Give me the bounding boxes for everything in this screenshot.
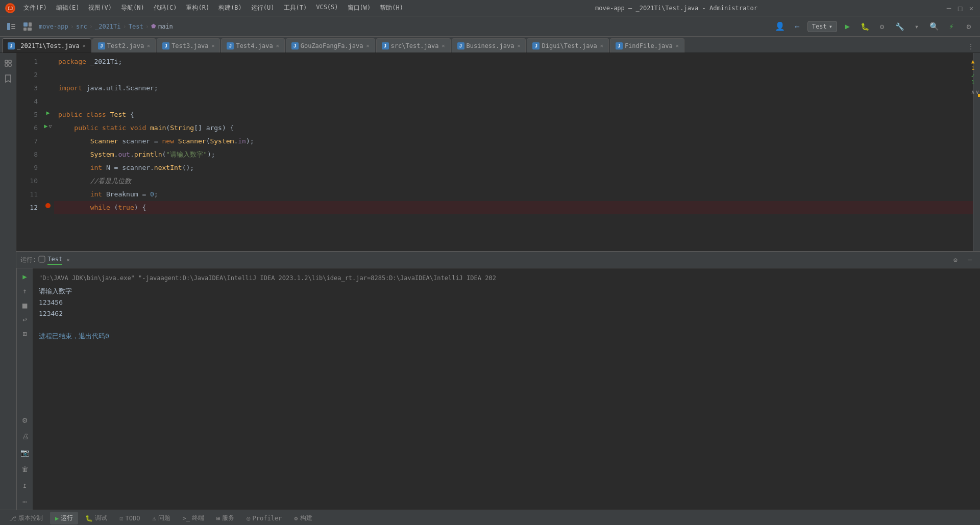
restore-output-button[interactable]: ↥ bbox=[19, 479, 31, 491]
tab-icon-digui: J bbox=[532, 42, 540, 49]
structure-icon[interactable] bbox=[2, 57, 14, 69]
breakpoint-dot bbox=[45, 203, 51, 208]
tab-debug[interactable]: 🐛 调试 bbox=[80, 512, 112, 524]
terminal-icon: >_ bbox=[183, 515, 190, 522]
breadcrumb-method[interactable]: main bbox=[158, 23, 173, 30]
run-config-label: Test bbox=[812, 23, 827, 30]
breadcrumb-class[interactable]: Test bbox=[129, 23, 143, 30]
tab-close-test4[interactable]: ✕ bbox=[276, 43, 279, 48]
tab-business-java[interactable]: J Business.java ✕ bbox=[452, 38, 526, 53]
toolbar: move-app › src › _2021Ti › Test › ⬟ main… bbox=[0, 16, 980, 37]
close-button[interactable]: ✕ bbox=[968, 5, 975, 12]
rerun-button[interactable]: ▶ bbox=[19, 270, 31, 283]
tab-srctest-java[interactable]: J src\Test.java ✕ bbox=[376, 38, 451, 53]
tab-icon-srctest: J bbox=[382, 42, 389, 49]
tab-digui-java[interactable]: J Digui\Test.java ✕ bbox=[527, 38, 608, 53]
tab-label-test4: Test4.java bbox=[236, 42, 273, 49]
minimize-button[interactable]: ─ bbox=[945, 5, 952, 12]
tab-close-findfile[interactable]: ✕ bbox=[676, 43, 679, 48]
tab-test2-java[interactable]: J Test2.java ✕ bbox=[92, 38, 156, 53]
coverage-button[interactable]: ⚙ bbox=[875, 19, 889, 34]
profile-run-button[interactable]: 🔧 bbox=[892, 19, 906, 34]
menu-build[interactable]: 构建(B) bbox=[214, 2, 246, 14]
menu-navigate[interactable]: 导航(N) bbox=[117, 2, 149, 14]
menu-code[interactable]: 代码(C) bbox=[150, 2, 181, 14]
run-tab-name[interactable]: Test bbox=[47, 256, 62, 265]
search-button[interactable]: 🔍 bbox=[927, 19, 941, 34]
debug-button[interactable]: 🐛 bbox=[857, 19, 872, 34]
scroll-up-button[interactable]: ↑ bbox=[19, 285, 31, 297]
run-button[interactable]: ▶ bbox=[840, 19, 854, 34]
tab-version-control[interactable]: ⎇ 版本控制 bbox=[4, 512, 48, 524]
svg-rect-4 bbox=[11, 26, 15, 27]
code-line-12: while (true) { bbox=[54, 201, 973, 214]
tab-gouzao-java[interactable]: J GouZaoFangFa.java ✕ bbox=[286, 38, 375, 53]
wrap-output-button[interactable]: ↩ bbox=[19, 313, 31, 326]
tab-todo[interactable]: ☑ TODO bbox=[114, 513, 145, 524]
run-panel-header: 运行: Test ✕ ⚙ ─ bbox=[16, 252, 980, 268]
menu-window[interactable]: 窗口(W) bbox=[344, 2, 375, 14]
bookmarks-icon[interactable] bbox=[2, 72, 14, 85]
profile-button[interactable]: 👤 bbox=[773, 19, 787, 34]
back-button[interactable]: ← bbox=[790, 19, 804, 34]
tab-run[interactable]: ▶ 运行 bbox=[50, 512, 78, 524]
notifications-button[interactable]: ⚡ bbox=[944, 19, 959, 34]
tab-icon-test: J bbox=[8, 42, 15, 49]
run-tab-close[interactable]: ✕ bbox=[66, 257, 70, 263]
tab-test3-java[interactable]: J Test3.java ✕ bbox=[157, 38, 220, 53]
run-marker-6[interactable]: ▶ ▽ bbox=[42, 119, 54, 133]
menu-edit[interactable]: 编辑(E) bbox=[52, 2, 84, 14]
editor-scrollbar[interactable]: ▲ 1 ✓ 1 ∧ ∨ bbox=[973, 53, 980, 251]
tab-build[interactable]: ⚙ 构建 bbox=[289, 512, 317, 524]
minimize-panel-icon[interactable]: ─ bbox=[964, 254, 976, 266]
filter-button[interactable]: ⚙ bbox=[19, 414, 31, 426]
print-button[interactable]: 🖨 bbox=[19, 430, 31, 442]
menu-tools[interactable]: 工具(T) bbox=[280, 2, 311, 14]
tab-close-test3[interactable]: ✕ bbox=[211, 43, 214, 48]
project-view-button[interactable] bbox=[20, 19, 35, 34]
more-options-button[interactable]: ⋯ bbox=[19, 495, 31, 508]
tab-close-test2[interactable]: ✕ bbox=[147, 43, 150, 48]
run-console-output[interactable]: "D:\JAVA JDK\bin\java.exe" "-javaagent:D… bbox=[33, 268, 980, 510]
tab-close-digui[interactable]: ✕ bbox=[600, 43, 603, 48]
tab-test-java[interactable]: J _2021Ti\Test.java ✕ bbox=[2, 38, 91, 53]
menu-help[interactable]: 帮助(H) bbox=[376, 2, 407, 14]
profiler-icon: ◎ bbox=[247, 515, 250, 522]
breadcrumb-package[interactable]: _2021Ti bbox=[95, 23, 121, 30]
code-content[interactable]: package _2021Ti; import java.util.Scanne… bbox=[54, 53, 973, 251]
tab-test4-java[interactable]: J Test4.java ✕ bbox=[221, 38, 284, 53]
tab-findfile-java[interactable]: J FindFile.java ✕ bbox=[610, 38, 684, 53]
bottom-toolbar: ⎇ 版本控制 ▶ 运行 🐛 调试 ☑ TODO ⚠ 问题 >_ 终端 ⊞ 服务 … bbox=[0, 510, 980, 525]
snapshot-button[interactable]: 📷 bbox=[19, 446, 31, 459]
tab-problems[interactable]: ⚠ 问题 bbox=[147, 512, 175, 524]
settings-button[interactable]: ⚙ bbox=[962, 19, 976, 34]
more-run-options[interactable]: ▾ bbox=[910, 19, 924, 34]
clear-output-button[interactable]: 🗑 bbox=[19, 463, 31, 475]
menu-refactor[interactable]: 重构(R) bbox=[182, 2, 213, 14]
menu-view[interactable]: 视图(V) bbox=[84, 2, 116, 14]
tab-profiler[interactable]: ◎ Profiler bbox=[241, 513, 287, 524]
scroll-to-end-button[interactable]: ⊞ bbox=[19, 328, 31, 340]
tab-close-gouzao[interactable]: ✕ bbox=[366, 43, 370, 48]
scroll-up[interactable]: ∧ bbox=[971, 89, 975, 95]
tab-services[interactable]: ⊞ 服务 bbox=[211, 512, 239, 524]
run-config-selector[interactable]: Test ▾ bbox=[807, 21, 837, 32]
breadcrumb-project[interactable]: move-app bbox=[39, 23, 68, 30]
tab-close-srctest[interactable]: ✕ bbox=[442, 43, 445, 48]
settings-icon[interactable]: ⚙ bbox=[949, 254, 962, 266]
menu-run[interactable]: 运行(U) bbox=[247, 2, 279, 14]
menu-vcs[interactable]: VCS(S) bbox=[312, 2, 342, 14]
sidebar-toggle-button[interactable] bbox=[4, 19, 18, 34]
breakpoint-marker-12[interactable] bbox=[42, 199, 54, 212]
version-control-label: 版本控制 bbox=[18, 514, 43, 522]
run-panel: 运行: Test ✕ ⚙ ─ ▶ bbox=[16, 252, 980, 510]
run-marker-5[interactable]: ▶ bbox=[42, 106, 54, 119]
tab-close-business[interactable]: ✕ bbox=[517, 43, 520, 48]
maximize-button[interactable]: □ bbox=[957, 5, 964, 12]
breadcrumb-src[interactable]: src bbox=[76, 23, 87, 30]
tab-close-test[interactable]: ✕ bbox=[83, 43, 86, 48]
tab-terminal[interactable]: >_ 终端 bbox=[178, 512, 209, 524]
tab-overflow-button[interactable]: ⋮ bbox=[964, 40, 978, 53]
menu-file[interactable]: 文件(F) bbox=[19, 2, 51, 14]
stop-button[interactable]: ■ bbox=[19, 299, 31, 311]
